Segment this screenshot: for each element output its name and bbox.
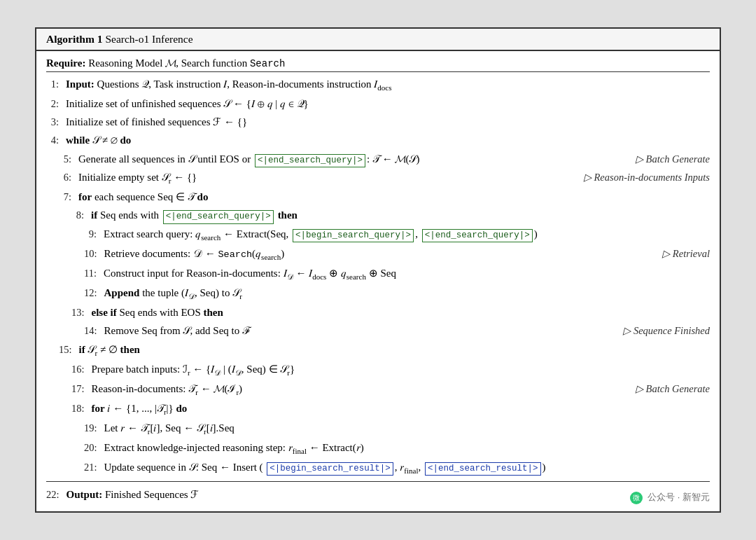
line-1-text: Questions 𝒬, Task instruction 𝐼, Reason-…: [94, 76, 392, 94]
if-keyword-15: if: [79, 342, 85, 358]
line-14-text: Remove Seq from 𝒮, add Seq to ℱ: [104, 323, 252, 339]
line-content-3: Initialize set of finished sequences ℱ ←…: [66, 114, 710, 130]
line-num-13: 13:: [71, 305, 92, 320]
line-19-text: Let 𝑟 ← 𝒯r[𝑖], Seq ← 𝒮r[𝑖].Seq: [104, 420, 234, 438]
line-num-4: 4:: [46, 132, 66, 148]
line-num-20: 20:: [84, 440, 104, 455]
line-21-paren: ): [542, 459, 546, 476]
token-begin-search-result: <|begin_search_result|>: [267, 462, 393, 476]
line-6: 6: Initialize empty set 𝒮r ← {} Reason-i…: [46, 169, 710, 188]
line-4-condition: 𝒮 ≠ ∅: [90, 132, 120, 148]
token-end-search-query-1: <|end_search_query|>: [255, 154, 365, 168]
line-content-12: Append the tuple (𝐼𝒟, Seq) to 𝒮r: [104, 285, 710, 303]
line-21-text: Update sequence in 𝒮: Seq ← Insert (: [104, 459, 266, 476]
line-num-11: 11:: [84, 265, 104, 281]
line-num-19: 19:: [84, 420, 104, 436]
require-label: Require:: [46, 57, 85, 69]
line-content-22: Output: Finished Sequences ℱ: [66, 487, 710, 503]
line-content-18: for 𝑖 ← {1, ..., |𝒯r|} do: [92, 401, 710, 418]
line-6-text: Initialize empty set 𝒮r ← {}: [78, 169, 197, 187]
line-num-2: 2:: [46, 96, 66, 111]
line-content-5: Generate all sequences in 𝒮 until EOS or…: [78, 151, 710, 168]
line-content-2: Initialize set of unfinished sequences 𝒮…: [66, 96, 710, 112]
algorithm-number: Algorithm 1: [46, 33, 103, 45]
line-22-text: Finished Sequences ℱ: [102, 487, 199, 503]
line-content-6: Initialize empty set 𝒮r ← {} Reason-in-d…: [78, 169, 710, 187]
line-content-13: else if Seq ends with EOS then: [92, 305, 710, 321]
watermark: 微 公众号 · 新智元: [630, 491, 710, 504]
line-4: 4: while 𝒮 ≠ ∅ do: [46, 132, 710, 150]
line-num-10: 10:: [84, 246, 104, 261]
line-content-20: Extract knowledge-injected reasoning ste…: [104, 440, 710, 457]
do-keyword-7: do: [197, 189, 209, 205]
line-num-16: 16:: [71, 361, 92, 377]
comment-17: Batch Generate: [622, 381, 710, 396]
line-21: 21: Update sequence in 𝒮: Seq ← Insert (…: [46, 458, 710, 478]
line-content-10: Retrieve documents: 𝒟 ← Search(𝑞search) …: [104, 246, 710, 263]
token-end-search-result: <|end_search_result|>: [425, 462, 541, 476]
line-content-15: if 𝒮r ≠ ∅ then: [79, 342, 710, 359]
line-3-text: Initialize set of finished sequences ℱ ←…: [66, 114, 247, 130]
line-8-text: Seq ends with: [97, 207, 162, 223]
line-5-text2: : 𝒯 ← 𝓜(𝒮): [367, 151, 419, 167]
line-8: 8: if Seq ends with <|end_search_query|>…: [46, 207, 710, 226]
line-content-14: Remove Seq from 𝒮, add Seq to ℱ Sequence…: [104, 323, 710, 339]
line-13-text: Seq ends with EOS: [117, 305, 204, 321]
line-num-7: 7:: [59, 189, 78, 205]
then-keyword-8: then: [278, 207, 298, 223]
line-13: 13: else if Seq ends with EOS then: [46, 304, 710, 322]
line-12: 12: Append the tuple (𝐼𝒟, Seq) to 𝒮r: [46, 284, 710, 304]
line-content-8: if Seq ends with <|end_search_query|> th…: [91, 207, 710, 224]
then-keyword-15: then: [120, 342, 140, 358]
require-line: Require: Reasoning Model 𝓜, Search funct…: [46, 55, 710, 72]
line-content-1: Input: Questions 𝒬, Task instruction 𝐼, …: [66, 76, 710, 94]
line-15: 15: if 𝒮r ≠ ∅ then: [46, 340, 710, 360]
line-content-9: Extract search query: 𝑞search ← Extract(…: [104, 226, 710, 244]
token-end-search-query-3: <|end_search_query|>: [422, 229, 533, 243]
line-num-22: 22:: [46, 487, 66, 502]
line-9: 9: Extract search query: 𝑞search ← Extra…: [46, 225, 710, 244]
line-12-text: the tuple (𝐼𝒟, Seq) to 𝒮r: [139, 285, 241, 303]
line-16: 16: Prepare batch inputs: ℐr ← {𝐼𝒟 | (𝐼𝒟…: [46, 360, 710, 380]
line-num-3: 3:: [46, 114, 66, 130]
line-content-11: Construct input for Reason-in-documents:…: [104, 265, 710, 283]
line-20: 20: Extract knowledge-injected reasoning…: [46, 438, 710, 458]
line-num-12: 12:: [84, 285, 104, 300]
line-3: 3: Initialize set of finished sequences …: [46, 113, 710, 132]
comment-5: Batch Generate: [622, 151, 710, 167]
elseif-keyword: else if: [92, 305, 117, 321]
line-20-text: Extract knowledge-injected reasoning ste…: [104, 440, 364, 457]
token-end-search-query-2: <|end_search_query|>: [163, 210, 274, 224]
line-num-21: 21:: [84, 459, 104, 475]
if-keyword-8: if: [91, 207, 97, 223]
algorithm-lines: 1: Input: Questions 𝒬, Task instruction …: [46, 75, 710, 504]
line-num-18: 18:: [71, 401, 92, 416]
append-keyword: Append: [104, 285, 140, 301]
line-content-4: while 𝒮 ≠ ∅ do: [66, 132, 710, 148]
while-keyword: while: [66, 132, 90, 148]
line-18: 18: for 𝑖 ← {1, ..., |𝒯r|} do: [46, 399, 710, 419]
line-17: 17: Reason-in-documents: 𝒯r ← 𝓜(ℐr) Batc…: [46, 380, 710, 399]
comment-6: Reason-in-documents Inputs: [570, 169, 710, 185]
line-num-17: 17:: [71, 381, 92, 396]
line-num-15: 15:: [59, 342, 79, 357]
line-num-5: 5:: [59, 151, 78, 167]
for-keyword-18: for: [92, 401, 105, 417]
line-num-8: 8:: [71, 207, 91, 223]
line-16-text: Prepare batch inputs: ℐr ← {𝐼𝒟 | (𝐼𝒟, Se…: [92, 361, 295, 379]
line-9-text: Extract search query: 𝑞search ← Extract(…: [104, 226, 291, 244]
line-content-16: Prepare batch inputs: ℐr ← {𝐼𝒟 | (𝐼𝒟, Se…: [92, 361, 710, 379]
line-num-6: 6:: [59, 169, 78, 185]
line-content-21: Update sequence in 𝒮: Seq ← Insert ( <|b…: [104, 459, 710, 477]
line-content-19: Let 𝑟 ← 𝒯r[𝑖], Seq ← 𝒮r[𝑖].Seq: [104, 420, 710, 438]
line-2: 2: Initialize set of unfinished sequence…: [46, 95, 710, 113]
algorithm-title: Search-o1 Inference: [105, 33, 192, 45]
line-9-comma: ,: [415, 226, 421, 242]
line-7-text: each sequence Seq ∈ 𝒯: [92, 189, 197, 205]
output-label: Output:: [66, 487, 103, 503]
line-17-text: Reason-in-documents: 𝒯r ← 𝓜(ℐr): [92, 381, 243, 399]
algorithm-container: Algorithm 1 Search-o1 Inference Require:…: [35, 27, 721, 512]
line-11-text: Construct input for Reason-in-documents:…: [104, 265, 396, 283]
then-keyword-13: then: [204, 305, 223, 321]
line-5: 5: Generate all sequences in 𝒮 until EOS…: [46, 150, 710, 169]
